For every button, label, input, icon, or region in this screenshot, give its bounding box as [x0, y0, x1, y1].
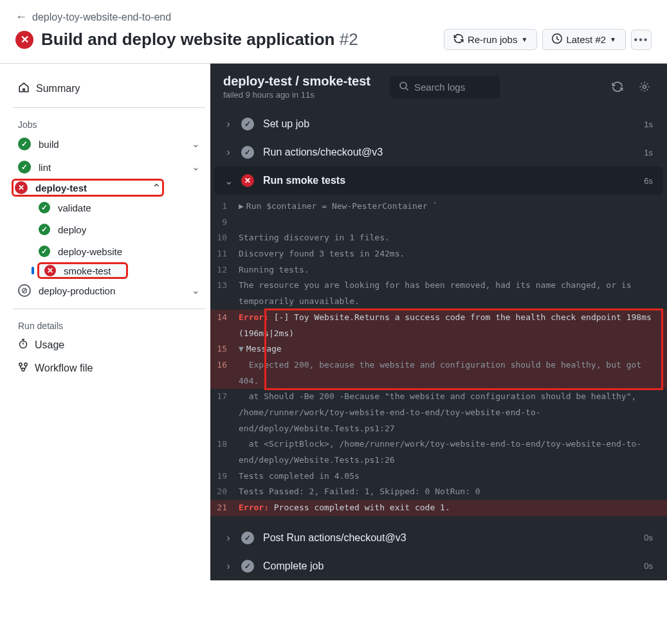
chevron-right-icon: › — [224, 560, 232, 572]
svg-point-2 — [24, 363, 27, 366]
divider — [13, 107, 205, 108]
workflow-icon — [18, 362, 28, 375]
log-line[interactable]: 11Discovery found 3 tests in 242ms. — [210, 246, 667, 262]
check-icon: ✓ — [39, 224, 50, 235]
job-deploy-website[interactable]: ✓ deploy-website — [13, 240, 205, 262]
check-icon: ✓ — [18, 138, 31, 150]
jobs-heading: Jobs — [13, 114, 205, 132]
workflow-title: Build and deploy website application #2 — [41, 30, 358, 49]
step-complete-job[interactable]: › ✓ Complete job 0s — [210, 552, 667, 580]
job-validate[interactable]: ✓ validate — [13, 197, 205, 219]
x-icon: ✕ — [241, 174, 254, 187]
log-line-error[interactable]: 16 Expected 200, because the website and… — [210, 357, 667, 389]
job-build[interactable]: ✓ build ⌄ — [13, 132, 205, 156]
job-deploy-test[interactable]: ✕ deploy-test ⌃ — [12, 179, 164, 197]
log-line[interactable]: 13The resource you are looking for has b… — [210, 278, 667, 309]
breadcrumb-workflow[interactable]: deploy-toy-website-end-to-end — [32, 12, 171, 23]
log-line[interactable]: 12Running tests. — [210, 262, 667, 278]
search-icon — [399, 81, 409, 93]
run-number: #2 — [340, 30, 358, 49]
workflow-file-link[interactable]: Workflow file — [13, 357, 205, 380]
chevron-down-icon[interactable]: ⌄ — [192, 161, 200, 173]
kebab-icon: ••• — [634, 34, 649, 46]
step-post-checkout[interactable]: › ✓ Post Run actions/checkout@v3 0s — [210, 524, 667, 552]
rerun-jobs-button[interactable]: Re-run jobs ▼ — [444, 29, 537, 50]
chevron-right-icon: › — [224, 532, 232, 544]
log-line[interactable]: 1▶Run $container = New-PesterContainer ` — [210, 199, 667, 215]
caret-down-icon: ▼ — [521, 36, 527, 43]
svg-point-5 — [643, 85, 646, 89]
job-deploy-production[interactable]: ⊘ deploy-production ⌄ — [13, 279, 205, 302]
back-arrow-icon[interactable]: ← — [15, 10, 27, 24]
caret-down-icon: ▼ — [610, 36, 616, 43]
settings-button[interactable] — [635, 77, 654, 96]
refresh-logs-button[interactable] — [608, 77, 627, 96]
job-lint[interactable]: ✓ lint ⌄ — [13, 156, 205, 179]
log-line-error[interactable]: 15▼Message — [210, 341, 667, 357]
x-icon: ✕ — [44, 265, 56, 276]
check-icon: ✓ — [18, 161, 31, 174]
chevron-down-icon[interactable]: ⌄ — [192, 138, 200, 150]
job-smoke-test[interactable]: ✕ smoke-test — [37, 262, 128, 279]
log-line[interactable]: 9 — [210, 215, 667, 231]
home-icon — [18, 82, 30, 96]
usage-link[interactable]: Usage — [13, 334, 205, 357]
divider — [13, 309, 205, 309]
step-run-smoke-tests[interactable]: ⌄ ✕ Run smoke tests 6s — [214, 166, 663, 195]
log-line[interactable]: 20Tests Passed: 2, Failed: 1, Skipped: 0… — [210, 484, 667, 500]
stopwatch-icon — [18, 339, 28, 352]
check-icon: ✓ — [241, 560, 254, 573]
log-line-error[interactable]: 14Error: [-] Toy Website.Returns a succe… — [210, 310, 667, 341]
log-output: 1▶Run $container = New-PesterContainer `… — [210, 195, 667, 524]
latest-run-button[interactable]: Latest #2 ▼ — [542, 29, 626, 50]
step-checkout[interactable]: › ✓ Run actions/checkout@v3 1s — [210, 138, 667, 166]
chevron-down-icon: ⌄ — [224, 175, 232, 187]
search-logs-input[interactable] — [414, 82, 491, 93]
log-line[interactable]: 10Starting discovery in 1 files. — [210, 230, 667, 246]
log-line[interactable]: 18 at <ScriptBlock>, /home/runner/work/t… — [210, 436, 667, 468]
x-icon: ✕ — [15, 181, 28, 194]
job-deploy[interactable]: ✓ deploy — [13, 219, 205, 240]
log-line[interactable]: 17 at Should -Be 200 -Because "the websi… — [210, 389, 667, 436]
skip-icon: ⊘ — [18, 284, 31, 297]
svg-point-1 — [19, 363, 22, 366]
svg-point-4 — [400, 82, 407, 89]
run-details-heading: Run details — [13, 316, 205, 334]
sync-icon — [453, 33, 464, 46]
history-icon — [552, 33, 562, 46]
check-icon: ✓ — [241, 118, 254, 130]
step-setup-job[interactable]: › ✓ Set up job 1s — [210, 110, 667, 138]
kebab-menu-button[interactable]: ••• — [631, 30, 652, 50]
chevron-down-icon[interactable]: ⌄ — [192, 285, 200, 296]
check-icon: ✓ — [39, 202, 50, 213]
check-icon: ✓ — [39, 246, 50, 257]
log-line-error[interactable]: 21Error: Process completed with exit cod… — [210, 500, 667, 516]
log-line[interactable]: 19Tests completed in 4.05s — [210, 469, 667, 485]
log-job-subtitle: failed 9 hours ago in 11s — [223, 90, 370, 100]
search-logs-input-wrapper[interactable] — [390, 76, 500, 98]
check-icon: ✓ — [241, 532, 254, 544]
chevron-right-icon: › — [224, 147, 232, 158]
log-job-title: deploy-test / smoke-test — [223, 74, 370, 89]
summary-link[interactable]: Summary — [13, 76, 205, 101]
chevron-right-icon: › — [224, 118, 232, 130]
check-icon: ✓ — [241, 146, 254, 159]
chevron-up-icon[interactable]: ⌃ — [152, 182, 161, 193]
workflow-status-fail-icon: ✕ — [15, 31, 33, 49]
